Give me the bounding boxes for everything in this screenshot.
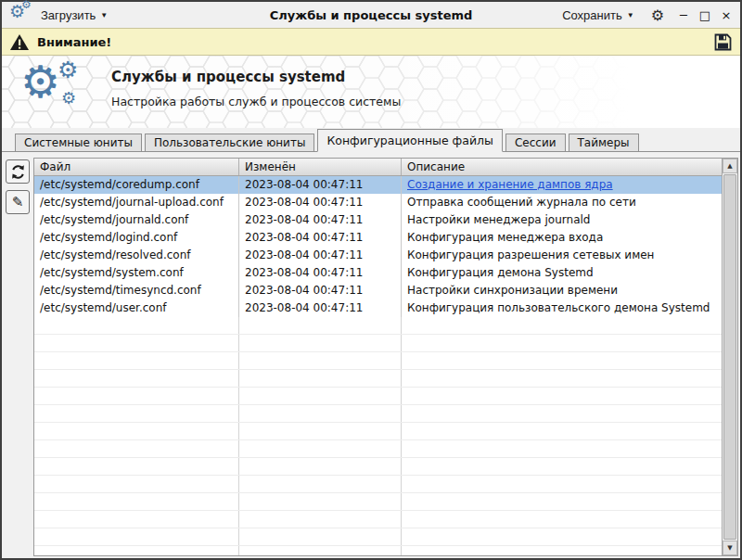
cell-description: Конфигурация пользовательского демона Sy… <box>402 299 722 317</box>
chevron-down-icon: ▼ <box>627 11 634 19</box>
tab-label: Конфигурационные файлы <box>326 134 493 147</box>
table-row[interactable]: /etc/systemd/user.conf 2023-08-04 00:47:… <box>34 299 722 317</box>
table-row[interactable]: /etc/systemd/logind.conf 2023-08-04 00:4… <box>34 229 722 247</box>
cell-modified: 2023-08-04 00:47:11 <box>239 264 402 282</box>
tab-label: Системные юниты <box>24 136 133 149</box>
load-menu-label: Загрузить <box>41 8 96 22</box>
table-row-empty <box>34 546 722 555</box>
scroll-up-button[interactable]: ▲ <box>723 159 737 173</box>
page-header: ⚙ ⚙ ⚙ Службы и процессы systemd Настройк… <box>2 56 740 128</box>
table-row[interactable]: /etc/systemd/system.conf 2023-08-04 00:4… <box>34 264 722 282</box>
titlebar: ⚙ ⚙ Загрузить ▼ Службы и процессы system… <box>2 2 740 28</box>
settings-gear-icon[interactable]: ⚙ <box>651 6 664 24</box>
table-row-empty <box>34 423 722 440</box>
table-row[interactable]: /etc/systemd/resolved.conf 2023-08-04 00… <box>34 247 722 264</box>
vertical-scrollbar[interactable]: ▲ ▼ <box>722 159 737 555</box>
pencil-icon: ✎ <box>12 194 24 210</box>
table-row-empty <box>34 528 722 546</box>
cell-modified: 2023-08-04 00:47:11 <box>239 247 402 264</box>
tab-bar: Системные юниты Пользовательские юниты К… <box>2 128 740 152</box>
table-row-empty <box>34 370 722 388</box>
cell-modified: 2023-08-04 00:47:11 <box>239 299 402 317</box>
save-file-button[interactable] <box>713 32 733 52</box>
cell-file: /etc/systemd/journal-upload.conf <box>34 194 239 211</box>
column-header-file[interactable]: Файл <box>34 159 239 175</box>
cell-description: Создание и хранение дампов ядра <box>402 176 722 194</box>
tab-1[interactable]: Системные юниты <box>15 134 142 152</box>
cell-file: /etc/systemd/coredump.conf <box>34 176 239 194</box>
table-row-empty <box>34 476 722 493</box>
cell-modified: 2023-08-04 00:47:11 <box>239 229 402 247</box>
warning-bar: Внимание! <box>2 28 740 56</box>
table: Файл Изменён Описание /etc/systemd/cored… <box>34 159 722 555</box>
cell-description: Настройки синхронизации времени <box>402 282 722 299</box>
table-body: /etc/systemd/coredump.conf 2023-08-04 00… <box>34 176 722 555</box>
edit-button[interactable]: ✎ <box>6 190 30 214</box>
cell-description: Конфигурация разрешения сетевых имен <box>402 247 722 264</box>
tab-5[interactable]: Таймеры <box>569 134 639 152</box>
config-files-table: Файл Изменён Описание /etc/systemd/cored… <box>33 158 738 556</box>
scrollbar-track[interactable] <box>723 173 737 541</box>
cell-modified: 2023-08-04 00:47:11 <box>239 194 402 211</box>
refresh-button[interactable] <box>6 159 30 184</box>
maximize-button[interactable]: □ <box>698 8 711 22</box>
table-row-empty <box>34 352 722 370</box>
page-subtitle: Настройка работы служб и процессов систе… <box>111 95 401 108</box>
page-title: Службы и процессы systemd <box>111 69 401 85</box>
cell-file: /etc/systemd/resolved.conf <box>34 247 239 264</box>
app-gears-icon: ⚙ ⚙ <box>9 4 33 26</box>
table-row-empty <box>34 511 722 528</box>
table-row[interactable]: /etc/systemd/timesyncd.conf 2023-08-04 0… <box>34 282 722 299</box>
table-row-empty <box>34 388 722 405</box>
cell-description: Конфигурация менеджера входа <box>402 229 722 247</box>
cell-modified: 2023-08-04 00:47:11 <box>239 282 402 299</box>
cell-file: /etc/systemd/logind.conf <box>34 229 239 247</box>
table-row-empty <box>34 440 722 458</box>
cell-file: /etc/systemd/user.conf <box>34 299 239 317</box>
table-row-empty <box>34 317 722 335</box>
cell-file: /etc/systemd/timesyncd.conf <box>34 282 239 299</box>
side-toolbar: ✎ <box>2 152 33 558</box>
save-menu-button[interactable]: Сохранить ▼ <box>555 6 642 25</box>
scrollbar-thumb[interactable] <box>723 174 736 540</box>
app-window: ⚙ ⚙ Загрузить ▼ Службы и процессы system… <box>0 0 742 560</box>
cell-description: Конфигурация демона Systemd <box>402 264 722 282</box>
table-row[interactable]: /etc/systemd/journal-upload.conf 2023-08… <box>34 194 722 211</box>
cell-modified: 2023-08-04 00:47:11 <box>239 176 402 194</box>
chevron-down-icon: ▼ <box>100 11 108 19</box>
warning-triangle-icon <box>9 33 30 51</box>
cell-description: Настройки менеджера journald <box>402 211 722 229</box>
save-menu-label: Сохранить <box>562 8 622 22</box>
content-pane: ✎ Файл Изменён Описание /etc/systemd/cor… <box>2 151 740 558</box>
cell-file: /etc/systemd/system.conf <box>34 264 239 282</box>
load-menu-button[interactable]: Загрузить ▼ <box>33 6 115 25</box>
table-row[interactable]: /etc/systemd/journald.conf 2023-08-04 00… <box>34 211 722 229</box>
table-row-empty <box>34 458 722 476</box>
warning-label: Внимание! <box>37 35 111 49</box>
scroll-down-button[interactable]: ▼ <box>723 541 737 555</box>
column-header-description[interactable]: Описание <box>402 159 722 175</box>
refresh-icon <box>10 164 26 180</box>
table-row-empty <box>34 405 722 423</box>
header-text: Службы и процессы systemd Настройка рабо… <box>111 69 401 108</box>
table-row-empty <box>34 335 722 352</box>
tab-label: Пользовательские юниты <box>154 136 305 149</box>
tab-label: Таймеры <box>578 136 630 149</box>
close-button[interactable]: × <box>720 8 733 22</box>
column-header-modified[interactable]: Изменён <box>239 159 402 175</box>
floppy-disk-icon <box>713 32 733 52</box>
tab-3[interactable]: Конфигурационные файлы <box>317 129 503 152</box>
tab-label: Сессии <box>515 136 556 149</box>
cell-modified: 2023-08-04 00:47:11 <box>239 211 402 229</box>
table-header: Файл Изменён Описание <box>34 159 722 176</box>
app-gears-logo-icon: ⚙ ⚙ ⚙ <box>20 63 100 121</box>
tab-4[interactable]: Сессии <box>505 134 566 152</box>
window-controls: ─ □ × <box>677 8 733 22</box>
table-row-empty <box>34 493 722 511</box>
titlebar-right: Сохранить ▼ ⚙ ─ □ × <box>555 6 733 25</box>
minimize-button[interactable]: ─ <box>677 8 690 22</box>
cell-description: Отправка сообщений журнала по сети <box>402 194 722 211</box>
tab-2[interactable]: Пользовательские юниты <box>145 134 314 152</box>
table-row[interactable]: /etc/systemd/coredump.conf 2023-08-04 00… <box>34 176 722 194</box>
cell-file: /etc/systemd/journald.conf <box>34 211 239 229</box>
